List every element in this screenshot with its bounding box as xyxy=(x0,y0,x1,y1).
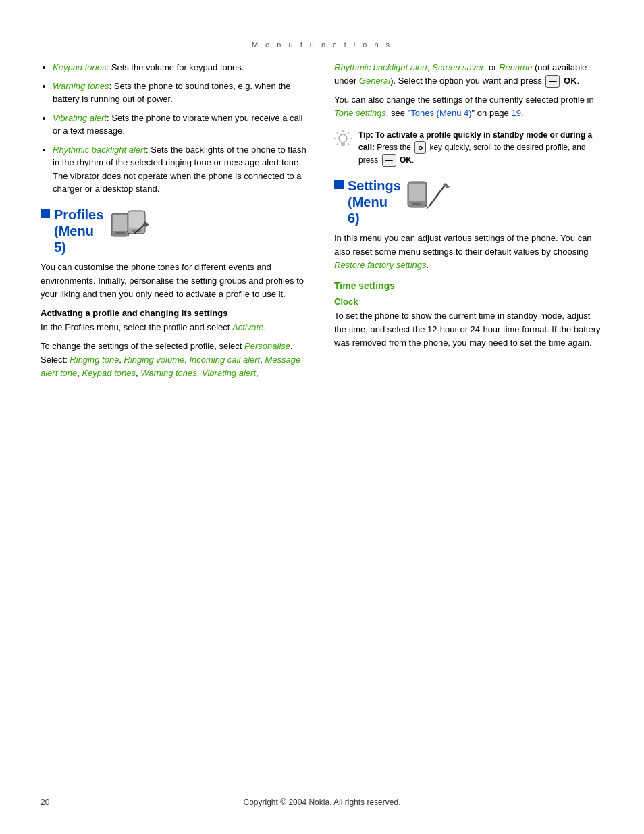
profiles-svg-icon xyxy=(109,208,151,242)
profiles-section-heading: Profiles(Menu 5) xyxy=(41,207,310,255)
settings-title-wrap: Settings(Menu 6) xyxy=(348,178,450,226)
svg-line-10 xyxy=(348,132,349,134)
clock-body: To set the phone to show the current tim… xyxy=(334,309,603,350)
change-settings-text: You can also change the settings of the … xyxy=(334,93,603,120)
tip-icon-svg xyxy=(334,130,352,149)
svg-line-15 xyxy=(337,143,338,145)
svg-rect-19 xyxy=(409,184,425,201)
header-label: M e n u f u n c t i o n s xyxy=(0,41,644,49)
list-item: Vibrating alert: Sets the phone to vibra… xyxy=(53,111,310,138)
left-column: Keypad tones: Sets the volume for keypad… xyxy=(41,61,310,386)
clock-subheading: Clock xyxy=(334,296,603,307)
svg-line-23 xyxy=(427,206,429,209)
key-icon-inline: o xyxy=(414,141,426,154)
svg-rect-17 xyxy=(341,145,345,146)
svg-line-12 xyxy=(348,143,349,145)
settings-phone-icon xyxy=(406,178,450,213)
settings-section-heading: Settings(Menu 6) xyxy=(334,178,603,226)
footer-copyright: Copyright © 2004 Nokia. All rights reser… xyxy=(0,798,644,807)
svg-line-13 xyxy=(337,132,338,134)
list-item: Keypad tones: Sets the volume for keypad… xyxy=(53,61,310,74)
blue-square-icon xyxy=(41,209,50,218)
svg-rect-1 xyxy=(113,215,128,231)
profiles-body1: You can customise the phone tones for di… xyxy=(41,261,310,301)
settings-body: In this menu you can adjust various sett… xyxy=(334,232,603,272)
list-item: Rhythmic backlight alert: Sets the backl… xyxy=(53,143,310,196)
profiles-icon xyxy=(109,208,151,244)
svg-rect-4 xyxy=(129,212,144,228)
svg-rect-2 xyxy=(115,232,125,234)
term-warning-tones: Warning tones xyxy=(53,81,109,91)
continued-text: Rhythmic backlight alert, Screen saver, … xyxy=(334,61,603,88)
svg-point-8 xyxy=(339,134,347,142)
activating-body1: In the Profiles menu, select the profile… xyxy=(41,321,310,334)
settings-section-title: Settings(Menu 6) xyxy=(348,178,401,226)
activating-label: Activating a profile and changing its se… xyxy=(41,308,310,318)
time-settings-heading: Time settings xyxy=(334,280,603,291)
ok-btn-tip: — xyxy=(382,154,396,167)
term-keypad-tones: Keypad tones xyxy=(53,62,107,72)
blue-square-settings-icon xyxy=(334,180,344,189)
tip-lightbulb-icon xyxy=(334,130,352,153)
term-rhythmic-backlight: Rhythmic backlight alert xyxy=(53,145,146,155)
list-item: Warning tones: Sets the phone to sound t… xyxy=(53,80,310,106)
right-column: Rhythmic backlight alert, Screen saver, … xyxy=(334,61,603,386)
ok-button-inline: — xyxy=(545,75,560,88)
profiles-section-title: Profiles(Menu 5) xyxy=(54,207,103,255)
term-vibrating-alert: Vibrating alert xyxy=(53,113,107,123)
page: M e n u f u n c t i o n s Keypad tones: … xyxy=(0,0,644,834)
activating-body2: To change the settings of the selected p… xyxy=(41,340,310,380)
svg-rect-16 xyxy=(341,142,345,145)
tip-text-content: Tip: To activate a profile quickly in st… xyxy=(358,129,603,167)
svg-rect-20 xyxy=(412,203,421,205)
profiles-title-wrap: Profiles(Menu 5) xyxy=(54,207,151,255)
settings-svg-icon xyxy=(406,178,450,211)
two-column-layout: Keypad tones: Sets the volume for keypad… xyxy=(0,61,644,386)
bullet-list: Keypad tones: Sets the volume for keypad… xyxy=(41,61,310,196)
svg-line-21 xyxy=(429,184,446,206)
tip-box: Tip: To activate a profile quickly in st… xyxy=(334,129,603,167)
